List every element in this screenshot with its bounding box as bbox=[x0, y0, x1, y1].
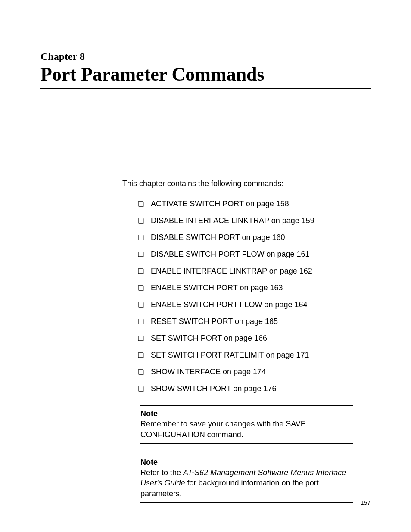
chapter-label: Chapter 8 bbox=[40, 51, 371, 62]
note-block: Note Remember to save your changes with … bbox=[140, 405, 353, 444]
list-item: RESET SWITCH PORT on page 165 bbox=[138, 317, 371, 326]
intro-text: This chapter contains the following comm… bbox=[122, 179, 371, 188]
list-item: DISABLE SWITCH PORT FLOW on page 161 bbox=[138, 250, 371, 259]
note-label: Note bbox=[140, 409, 158, 418]
note-label: Note bbox=[140, 458, 158, 467]
list-item: SET SWITCH PORT RATELIMIT on page 171 bbox=[138, 351, 371, 360]
list-item: ENABLE INTERFACE LINKTRAP on page 162 bbox=[138, 267, 371, 276]
command-list: ACTIVATE SWITCH PORT on page 158 DISABLE… bbox=[138, 199, 371, 393]
note-body: Remember to save your changes with the S… bbox=[140, 420, 306, 439]
list-item: SET SWITCH PORT on page 166 bbox=[138, 334, 371, 343]
note-body-prefix: Refer to the bbox=[140, 468, 183, 477]
list-item: ENABLE SWITCH PORT on page 163 bbox=[138, 283, 371, 292]
list-item: ACTIVATE SWITCH PORT on page 158 bbox=[138, 199, 371, 208]
note-block: Note Refer to the AT-S62 Management Soft… bbox=[140, 454, 353, 503]
chapter-title: Port Parameter Commands bbox=[40, 63, 371, 89]
list-item: SHOW SWITCH PORT on page 176 bbox=[138, 384, 371, 393]
document-page: Chapter 8 Port Parameter Commands This c… bbox=[0, 0, 411, 503]
page-number: 157 bbox=[361, 499, 371, 506]
list-item: DISABLE SWITCH PORT on page 160 bbox=[138, 233, 371, 242]
list-item: DISABLE INTERFACE LINKTRAP on page 159 bbox=[138, 216, 371, 225]
list-item: SHOW INTERFACE on page 174 bbox=[138, 367, 371, 376]
list-item: ENABLE SWITCH PORT FLOW on page 164 bbox=[138, 300, 371, 309]
